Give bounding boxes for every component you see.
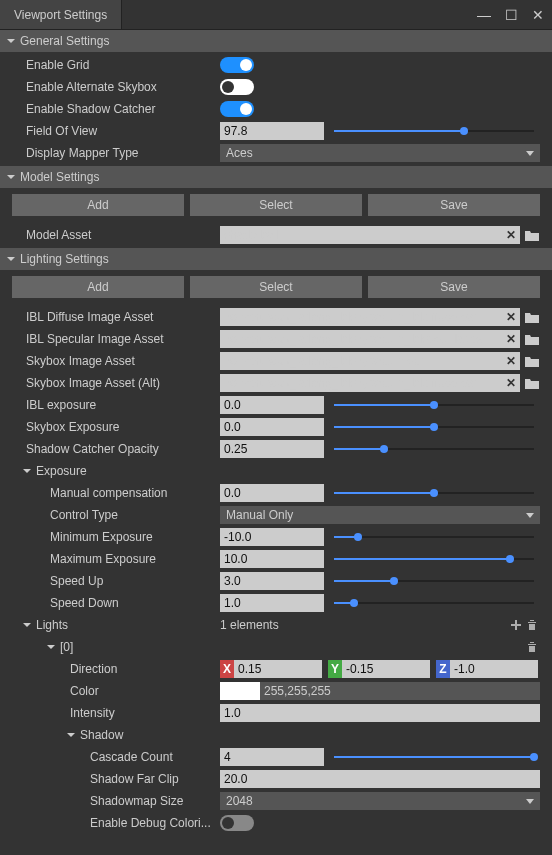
input-manual-comp[interactable]: 0.0 [220,484,324,502]
label-enable-alt-skybox: Enable Alternate Skybox [12,80,220,94]
clear-icon[interactable]: ✕ [506,228,516,242]
button-lighting-add[interactable]: Add [12,276,184,298]
clear-icon[interactable]: ✕ [506,354,516,368]
label-color: Color [12,684,220,698]
toggle-enable-grid[interactable] [220,57,254,73]
chevron-down-icon [66,730,76,740]
trash-icon[interactable] [524,639,540,655]
add-icon[interactable] [508,617,524,633]
input-model-asset[interactable]: shaderball✕ [220,226,520,244]
label-ibl-specular: IBL Specular Image Asset [12,332,220,346]
input-shadow-opacity[interactable]: 0.25 [220,440,324,458]
input-max-exposure[interactable]: 10.0 [220,550,324,568]
input-ibl-diffuse[interactable]: konzerthaus_latlong_iblskyboxcm_ibldiffu… [220,308,520,326]
clear-icon[interactable]: ✕ [506,376,516,390]
slider-shadow-opacity[interactable] [328,440,540,458]
chevron-down-icon [22,466,32,476]
section-header-general[interactable]: General Settings [0,30,552,52]
section-header-lighting[interactable]: Lighting Settings [0,248,552,270]
folder-icon[interactable] [524,331,540,347]
slider-speed-down[interactable] [328,594,540,612]
subheader-shadow[interactable]: Shadow [12,724,540,746]
dropdown-shadowmap-size[interactable]: 2048 [220,792,540,810]
input-skybox-exposure[interactable]: 0.0 [220,418,324,436]
axis-z-label: Z [436,660,450,678]
light-item-0[interactable]: [0] [60,640,73,654]
input-speed-down[interactable]: 1.0 [220,594,324,612]
button-model-add[interactable]: Add [12,194,184,216]
toggle-enable-shadow-catcher[interactable] [220,101,254,117]
toggle-enable-alt-skybox[interactable] [220,79,254,95]
button-model-save[interactable]: Save [368,194,540,216]
input-skybox-alt[interactable]: konzerthaus_latlong_iblskyboxcm_ibldiffu… [220,374,520,392]
chevron-down-icon [6,172,16,182]
dropdown-control-type[interactable]: Manual Only [220,506,540,524]
lights-count: 1 elements [220,618,508,632]
slider-manual-comp[interactable] [328,484,540,502]
toggle-debug-coloring[interactable] [220,815,254,831]
label-speed-down: Speed Down [12,596,220,610]
button-lighting-select[interactable]: Select [190,276,362,298]
trash-icon[interactable] [524,617,540,633]
label-intensity: Intensity [12,706,220,720]
input-direction-z[interactable]: -1.0 [450,660,538,678]
subheader-exposure[interactable]: Exposure [12,460,540,482]
input-ibl-specular[interactable]: konzerthaus_latlong_iblskyboxcm_iblspecu… [220,330,520,348]
label-enable-grid: Enable Grid [12,58,220,72]
label-manual-comp: Manual compensation [12,486,220,500]
input-min-exposure[interactable]: -10.0 [220,528,324,546]
slider-ibl-exposure[interactable] [328,396,540,414]
label-direction: Direction [12,662,220,676]
label-control-type: Control Type [12,508,220,522]
button-model-select[interactable]: Select [190,194,362,216]
input-cascade-count[interactable]: 4 [220,748,324,766]
label-cascade-count: Cascade Count [12,750,220,764]
clear-icon[interactable]: ✕ [506,332,516,346]
input-ibl-exposure[interactable]: 0.0 [220,396,324,414]
folder-icon[interactable] [524,227,540,243]
chevron-down-icon [22,620,32,630]
slider-skybox-exposure[interactable] [328,418,540,436]
input-speed-up[interactable]: 3.0 [220,572,324,590]
label-skybox-exposure: Skybox Exposure [12,420,220,434]
tab-viewport-settings[interactable]: Viewport Settings [0,0,122,29]
maximize-button[interactable]: ☐ [505,7,518,23]
label-skybox-alt: Skybox Image Asset (Alt) [12,376,220,390]
input-shadow-far-clip[interactable]: 20.0 [220,770,540,788]
color-swatch[interactable] [220,682,260,700]
titlebar: Viewport Settings — ☐ ✕ [0,0,552,30]
folder-icon[interactable] [524,353,540,369]
slider-max-exposure[interactable] [328,550,540,568]
folder-icon[interactable] [524,375,540,391]
slider-fov[interactable] [328,122,540,140]
axis-y-label: Y [328,660,342,678]
label-speed-up: Speed Up [12,574,220,588]
close-button[interactable]: ✕ [532,7,544,23]
label-debug-coloring: Enable Debug Colori... [12,816,220,830]
input-intensity[interactable]: 1.0 [220,704,540,722]
subheader-lights[interactable]: Lights [36,618,68,632]
button-lighting-save[interactable]: Save [368,276,540,298]
label-shadow-far-clip: Shadow Far Clip [12,772,220,786]
input-fov[interactable]: 97.8 [220,122,324,140]
input-skybox[interactable]: konzerthaus_latlong_iblskyboxcm.exr✕ [220,352,520,370]
slider-cascade-count[interactable] [328,748,540,766]
minimize-button[interactable]: — [477,7,491,23]
input-direction-x[interactable]: 0.15 [234,660,322,678]
section-header-model[interactable]: Model Settings [0,166,552,188]
slider-min-exposure[interactable] [328,528,540,546]
slider-speed-up[interactable] [328,572,540,590]
label-min-exposure: Minimum Exposure [12,530,220,544]
label-skybox: Skybox Image Asset [12,354,220,368]
label-enable-shadow-catcher: Enable Shadow Catcher [12,102,220,116]
chevron-down-icon [6,36,16,46]
input-color[interactable]: 255,255,255 [260,682,540,700]
chevron-down-icon [46,642,56,652]
folder-icon[interactable] [524,309,540,325]
dropdown-display-mapper[interactable]: Aces [220,144,540,162]
input-direction-y[interactable]: -0.15 [342,660,430,678]
clear-icon[interactable]: ✕ [506,310,516,324]
label-shadowmap-size: Shadowmap Size [12,794,220,808]
label-fov: Field Of View [12,124,220,138]
label-shadow-opacity: Shadow Catcher Opacity [12,442,220,456]
